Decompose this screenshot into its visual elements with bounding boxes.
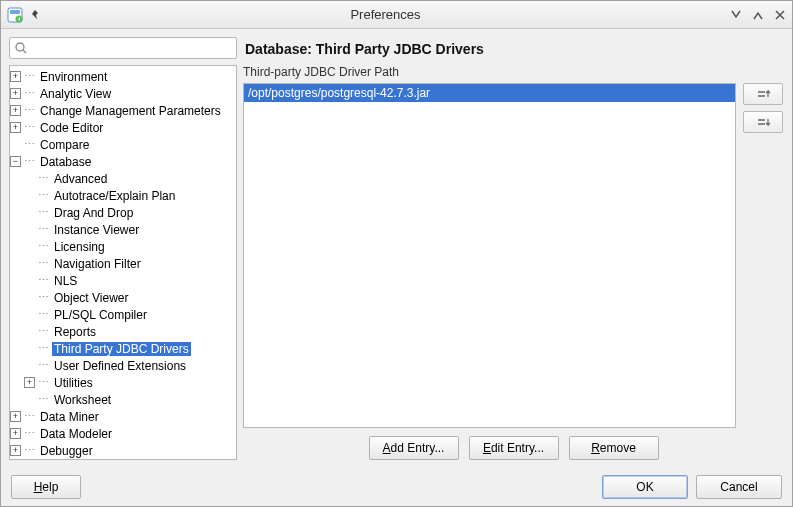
expand-icon[interactable]: + — [10, 445, 21, 456]
tree-item[interactable]: ⋯Autotrace/Explain Plan — [10, 187, 236, 204]
tree-item-label: Database — [38, 155, 93, 169]
expand-icon[interactable]: + — [10, 71, 21, 82]
edit-entry-button[interactable]: Edit Entry... — [469, 436, 559, 460]
tree-item[interactable]: +⋯Analytic View — [10, 85, 236, 102]
move-up-button[interactable] — [743, 83, 783, 105]
window-title: Preferences — [41, 7, 730, 22]
tree-item[interactable]: ⋯Navigation Filter — [10, 255, 236, 272]
tree-item[interactable]: +⋯Code Editor — [10, 119, 236, 136]
help-button[interactable]: Help — [11, 475, 81, 499]
tree-item-label: Code Editor — [38, 121, 105, 135]
cancel-button[interactable]: Cancel — [696, 475, 782, 499]
tree-item[interactable]: ⋯PL/SQL Compiler — [10, 306, 236, 323]
footer: Help OK Cancel — [1, 468, 792, 506]
expand-icon[interactable]: + — [10, 88, 21, 99]
expand-icon[interactable]: + — [10, 105, 21, 116]
tree-item[interactable]: ⋯Drag And Drop — [10, 204, 236, 221]
tree-item[interactable]: ⋯Compare — [10, 136, 236, 153]
tree-item[interactable]: ⋯Third Party JDBC Drivers — [10, 340, 236, 357]
driver-path-list[interactable]: /opt/postgres/postgresql-42.7.3.jar — [243, 83, 736, 428]
tree-item-label: PL/SQL Compiler — [52, 308, 149, 322]
tree-item-label: Drag And Drop — [52, 206, 135, 220]
tree-item[interactable]: +⋯Change Management Parameters — [10, 102, 236, 119]
preferences-tree[interactable]: +⋯Environment+⋯Analytic View+⋯Change Man… — [9, 65, 237, 460]
expand-icon[interactable]: + — [10, 122, 21, 133]
tree-item[interactable]: ⋯Object Viewer — [10, 289, 236, 306]
tree-item-label: Third Party JDBC Drivers — [52, 342, 191, 356]
tree-item-label: Change Management Parameters — [38, 104, 223, 118]
remove-button[interactable]: Remove — [569, 436, 659, 460]
tree-item-label: Licensing — [52, 240, 107, 254]
right-pane: Database: Third Party JDBC Drivers Third… — [243, 37, 784, 460]
tree-item-label: Data Miner — [38, 410, 101, 424]
tree-item-label: Object Viewer — [52, 291, 130, 305]
svg-rect-1 — [10, 10, 20, 14]
tree-item-label: Environment — [38, 70, 109, 84]
tree-item[interactable]: +⋯Debugger — [10, 442, 236, 459]
tree-item[interactable]: ⋯Instance Viewer — [10, 221, 236, 238]
tree-item[interactable]: ⋯Licensing — [10, 238, 236, 255]
ok-button[interactable]: OK — [602, 475, 688, 499]
tree-item-label: Utilities — [52, 376, 95, 390]
list-label: Third-party JDBC Driver Path — [243, 63, 784, 83]
search-wrapper — [9, 37, 237, 59]
list-item[interactable]: /opt/postgres/postgresql-42.7.3.jar — [244, 84, 735, 102]
titlebar: Preferences — [1, 1, 792, 29]
tree-item[interactable]: +⋯Utilities — [10, 374, 236, 391]
tree-item-label: Data Modeler — [38, 427, 114, 441]
tree-item-label: Advanced — [52, 172, 109, 186]
svg-point-3 — [16, 43, 24, 51]
tree-item[interactable]: ⋯Worksheet — [10, 391, 236, 408]
minimize-icon[interactable] — [730, 9, 742, 21]
expand-icon[interactable]: + — [10, 428, 21, 439]
tree-item-label: Analytic View — [38, 87, 113, 101]
app-icon — [7, 7, 23, 23]
tree-item[interactable]: ⋯Advanced — [10, 170, 236, 187]
left-pane: +⋯Environment+⋯Analytic View+⋯Change Man… — [9, 37, 237, 460]
tree-item[interactable]: +⋯Environment — [10, 68, 236, 85]
expand-icon[interactable]: + — [24, 377, 35, 388]
tree-item-label: NLS — [52, 274, 79, 288]
tree-item-label: Worksheet — [52, 393, 113, 407]
add-entry-button[interactable]: Add Entry... — [369, 436, 459, 460]
tree-item[interactable]: ⋯Reports — [10, 323, 236, 340]
tree-item-label: Instance Viewer — [52, 223, 141, 237]
tree-item-label: Compare — [38, 138, 91, 152]
close-icon[interactable] — [774, 9, 786, 21]
move-down-button[interactable] — [743, 111, 783, 133]
tree-item[interactable]: +⋯Data Miner — [10, 408, 236, 425]
tree-item-label: Debugger — [38, 444, 95, 458]
tree-item-label: Autotrace/Explain Plan — [52, 189, 177, 203]
tree-item[interactable]: +⋯Data Modeler — [10, 425, 236, 442]
tree-item[interactable]: −⋯Database — [10, 153, 236, 170]
tree-item[interactable]: ⋯User Defined Extensions — [10, 357, 236, 374]
tree-item-label: Reports — [52, 325, 98, 339]
tree-item-label: User Defined Extensions — [52, 359, 188, 373]
pin-icon[interactable] — [29, 9, 41, 21]
expand-icon[interactable]: + — [10, 411, 21, 422]
maximize-icon[interactable] — [752, 9, 764, 21]
preferences-window: Preferences +⋯Environment+⋯Analytic View… — [0, 0, 793, 507]
search-input[interactable] — [32, 40, 232, 56]
svg-line-4 — [23, 50, 26, 53]
panel-heading: Database: Third Party JDBC Drivers — [243, 37, 784, 63]
collapse-icon[interactable]: − — [10, 156, 21, 167]
search-icon — [14, 41, 28, 55]
tree-item-label: Navigation Filter — [52, 257, 143, 271]
tree-item[interactable]: ⋯NLS — [10, 272, 236, 289]
